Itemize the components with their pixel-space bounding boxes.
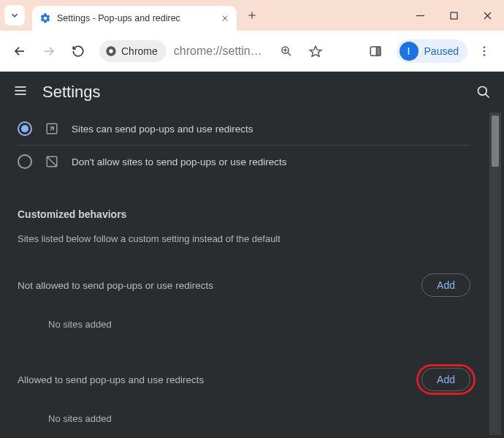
chrome-chip-label: Chrome <box>121 45 158 57</box>
menu-icon[interactable] <box>13 83 28 101</box>
vertical-scrollbar[interactable] <box>489 113 501 435</box>
radio-block-popups[interactable]: Don't allow sites to send pop-ups or use… <box>18 145 470 178</box>
popup-open-icon <box>45 122 58 135</box>
popup-blocked-icon <box>45 155 58 168</box>
svg-point-11 <box>109 49 112 53</box>
close-tab-button[interactable] <box>221 14 229 23</box>
svg-line-30 <box>47 156 57 167</box>
svg-rect-19 <box>376 47 380 56</box>
svg-point-20 <box>484 46 486 48</box>
minimize-button[interactable] <box>403 0 437 31</box>
kebab-menu-icon[interactable] <box>472 39 497 64</box>
svg-line-27 <box>486 94 489 98</box>
add-not-allowed-button[interactable]: Add <box>421 273 470 297</box>
search-icon[interactable] <box>476 85 491 99</box>
add-allowed-button[interactable]: Add <box>421 368 470 391</box>
radio-allow-label: Sites can send pop-ups and use redirects <box>72 124 253 135</box>
tab-search-dropdown[interactable] <box>4 5 25 26</box>
browser-tab[interactable]: Settings - Pop-ups and redirec <box>32 6 237 31</box>
allowed-label: Allowed to send pop-ups and use redirect… <box>18 374 204 385</box>
radio-allow-popups[interactable]: Sites can send pop-ups and use redirects <box>18 113 470 145</box>
not-allowed-empty: No sites added <box>48 319 470 330</box>
address-bar[interactable]: Chrome chrome://settin… <box>99 40 262 62</box>
allowed-empty: No sites added <box>48 413 470 424</box>
side-panel-icon[interactable] <box>363 39 388 64</box>
scrollbar-thumb[interactable] <box>492 116 499 167</box>
bookmark-icon[interactable] <box>303 39 328 64</box>
zoom-icon[interactable] <box>274 39 299 64</box>
svg-rect-5 <box>451 12 457 19</box>
settings-body: Sites can send pop-ups and use redirects… <box>0 113 488 438</box>
customized-behaviors-heading: Customized behaviors <box>18 208 470 220</box>
maximize-button[interactable] <box>437 0 470 31</box>
allowed-section: Allowed to send pop-ups and use redirect… <box>18 368 470 391</box>
window-controls <box>403 0 504 31</box>
browser-toolbar: Chrome chrome://settin… I Paused <box>0 31 504 72</box>
paused-label: Paused <box>424 45 459 57</box>
svg-point-26 <box>478 87 487 96</box>
tab-bar: Settings - Pop-ups and redirec <box>0 0 504 31</box>
svg-point-21 <box>484 50 486 52</box>
gear-icon <box>39 12 51 24</box>
svg-marker-16 <box>310 46 321 56</box>
back-button[interactable] <box>7 39 32 64</box>
svg-line-13 <box>288 53 291 56</box>
not-allowed-section: Not allowed to send pop-ups or use redir… <box>18 273 470 297</box>
not-allowed-label: Not allowed to send pop-ups or use redir… <box>18 280 213 291</box>
radio-button <box>18 154 32 169</box>
close-window-button[interactable] <box>470 0 504 31</box>
svg-point-22 <box>484 53 486 56</box>
radio-button-selected <box>18 121 32 136</box>
customized-behaviors-sub: Sites listed below follow a custom setti… <box>18 233 470 244</box>
chrome-logo-icon <box>105 45 117 57</box>
profile-paused-chip[interactable]: I Paused <box>397 39 467 63</box>
chrome-url-chip: Chrome <box>99 40 167 62</box>
settings-page: Settings Sites can send pop-ups and use … <box>0 72 504 438</box>
new-tab-button[interactable] <box>247 10 257 20</box>
reload-button[interactable] <box>66 39 91 64</box>
page-title: Settings <box>42 83 101 102</box>
url-text: chrome://settin… <box>174 45 262 58</box>
forward-button[interactable] <box>37 39 61 64</box>
radio-block-label: Don't allow sites to send pop-ups or use… <box>72 156 286 167</box>
avatar: I <box>400 42 419 61</box>
tab-title: Settings - Pop-ups and redirec <box>57 13 215 23</box>
settings-header: Settings <box>0 72 504 113</box>
